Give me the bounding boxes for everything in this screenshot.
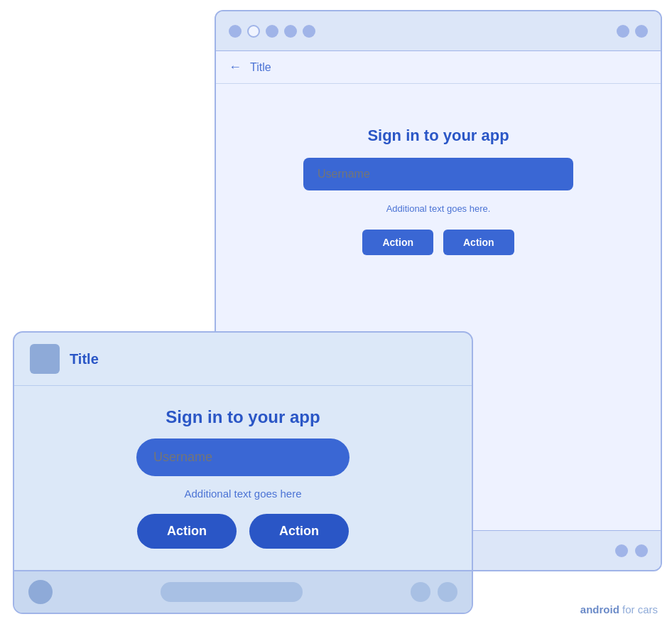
- phone-sign-in-title: Sign in to your app: [367, 127, 509, 145]
- bottom-dot-right-1: [615, 544, 628, 557]
- phone-helper-text: Additional text goes here.: [386, 203, 491, 214]
- car-app-title: Title: [70, 351, 99, 367]
- car-helper-text: Additional text goes here: [184, 488, 301, 500]
- status-dots-right: [617, 25, 648, 38]
- car-bottom-circle-left: [28, 580, 53, 604]
- watermark: android for cars: [580, 603, 658, 615]
- phone-nav-title: Title: [250, 61, 271, 74]
- phone-action-button-2[interactable]: Action: [443, 230, 514, 255]
- status-dot-right-1: [617, 25, 629, 38]
- car-content: Sign in to your app Additional text goes…: [14, 386, 472, 563]
- car-sign-in-title: Sign in to your app: [166, 407, 320, 427]
- car-bottom-circle-right-2: [438, 582, 457, 602]
- phone-status-bar: [216, 11, 661, 51]
- car-header: Title: [14, 333, 472, 386]
- car-bottom-circle-right-1: [411, 582, 430, 602]
- status-dots-left: [229, 25, 315, 38]
- watermark-suffix: for cars: [619, 603, 658, 615]
- status-dot-4: [284, 25, 297, 38]
- status-dot-5: [303, 25, 315, 38]
- status-dot-3: [266, 25, 278, 38]
- status-dot-2: [247, 25, 260, 38]
- status-dot-right-2: [635, 25, 648, 38]
- status-dot-1: [229, 25, 242, 38]
- phone-nav-bar: ← Title: [216, 51, 661, 84]
- car-bottom-pill: [161, 582, 303, 602]
- phone-action-button-1[interactable]: Action: [362, 230, 433, 255]
- car-action-button-1[interactable]: Action: [137, 514, 237, 549]
- phone-content: Sign in to your app Additional text goes…: [216, 84, 661, 284]
- watermark-brand: android: [580, 603, 619, 615]
- car-action-buttons: Action Action: [137, 514, 349, 549]
- bottom-dot-right-2: [635, 544, 648, 557]
- car-mockup: Title Sign in to your app Additional tex…: [13, 331, 473, 614]
- car-action-button-2[interactable]: Action: [249, 514, 349, 549]
- car-username-input[interactable]: [136, 439, 349, 476]
- phone-action-buttons: Action Action: [362, 230, 514, 255]
- phone-username-input[interactable]: [303, 158, 573, 190]
- back-arrow-icon[interactable]: ←: [229, 60, 242, 75]
- car-logo-icon: [30, 344, 60, 374]
- car-bottom-circles-right: [411, 582, 457, 602]
- car-bottom-bar: [14, 570, 472, 613]
